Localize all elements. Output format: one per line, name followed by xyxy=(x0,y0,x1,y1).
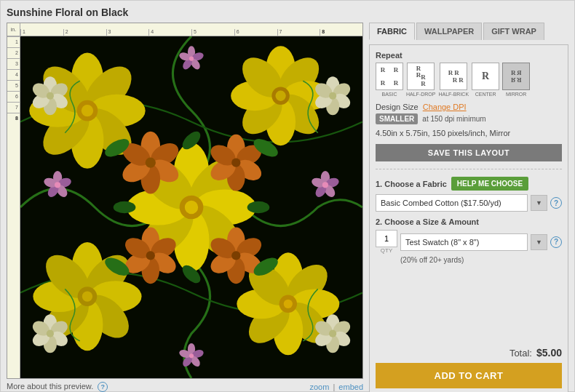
repeat-half-drop[interactable]: RR RR HALF-DROP xyxy=(406,63,435,97)
size-dropdown-arrow[interactable]: ▼ xyxy=(531,234,547,250)
ruler-tick-v-6: 6 xyxy=(7,91,20,102)
ruler-tick-v-5: 5 xyxy=(7,80,20,91)
choose-size-label: 2. Choose a Size & Amount xyxy=(376,217,562,226)
svg-point-10 xyxy=(82,105,93,116)
repeat-half-brick-icon: RR RR xyxy=(440,63,467,90)
embed-link[interactable]: embed xyxy=(338,383,363,391)
repeat-center-label: CENTER xyxy=(475,92,496,97)
total-label: Total: xyxy=(509,348,532,359)
fabric-info-icon[interactable]: ? xyxy=(550,197,562,209)
svg-point-124 xyxy=(329,92,336,100)
size-info-icon[interactable]: ? xyxy=(550,236,562,248)
ruler-tick-v-2: 2 xyxy=(7,47,20,58)
checkout-section: Total: $5.00 ADD TO CART xyxy=(376,344,562,388)
ruler-tick-v-3: 3 xyxy=(7,58,20,69)
ruler-corner: in. xyxy=(7,23,20,36)
repeat-basic-icon: RRRR xyxy=(376,63,403,90)
svg-point-71 xyxy=(146,251,155,260)
tab-gift-wrap[interactable]: GIFT WRAP xyxy=(483,23,544,40)
ruler-top: 1 2 3 4 5 6 7 8 xyxy=(20,23,362,36)
svg-point-102 xyxy=(189,353,194,358)
repeat-mirror-label: MIRROR xyxy=(506,92,526,97)
svg-point-50 xyxy=(185,201,198,214)
tab-wallpaper[interactable]: WALLPAPER xyxy=(416,23,482,40)
repeat-half-brick[interactable]: RR RR HALF-BRICK xyxy=(438,63,469,97)
main-container: Sunshine Floral on Black in. 1 2 3 4 5 6… xyxy=(0,0,575,392)
dimensions-text: 4.50in x 5.75in, 150 pixels/inch, Mirror xyxy=(376,129,510,137)
ruler-left: 1 2 3 4 5 6 7 8 xyxy=(7,36,20,378)
repeat-center[interactable]: R CENTER xyxy=(472,63,499,97)
svg-point-90 xyxy=(322,182,328,188)
repeat-basic[interactable]: RRRR BASIC xyxy=(376,63,403,97)
choose-size-section: 2. Choose a Size & Amount QTY Test Swatc… xyxy=(376,217,562,264)
svg-point-131 xyxy=(47,330,54,337)
ruler-tick-v-1: 1 xyxy=(7,36,20,47)
svg-point-20 xyxy=(275,91,285,101)
qty-input[interactable] xyxy=(376,230,397,247)
qty-row: QTY Test Swatch (8" x 8") ▼ ? xyxy=(376,230,562,254)
svg-point-109 xyxy=(114,201,136,213)
svg-point-40 xyxy=(284,300,293,308)
repeat-half-drop-icon: RR RR xyxy=(407,63,435,90)
ruler-tick-h-8: 8 xyxy=(320,29,362,36)
svg-point-96 xyxy=(189,57,194,61)
ruler-tick-v-4: 4 xyxy=(7,69,20,80)
change-dpi-link[interactable]: Change DPI xyxy=(423,103,467,111)
info-circle-icon[interactable]: ? xyxy=(98,382,108,392)
design-size-row: Design Size Change DPI xyxy=(376,103,562,111)
svg-point-64 xyxy=(231,159,240,167)
tab-bar: FABRIC WALLPAPER GIFT WRAP xyxy=(369,23,568,40)
fabric-svg xyxy=(20,36,362,378)
repeat-center-icon: R xyxy=(472,63,499,90)
help-me-choose-button[interactable]: HELP ME CHOOSE xyxy=(451,177,528,191)
ruler-tick-h-3: 3 xyxy=(106,29,149,36)
save-layout-wrapper: SAVE THIS LAYOUT xyxy=(376,144,562,161)
design-size-label: Design Size xyxy=(376,103,419,111)
choose-fabric-section: 1. Choose a Fabric HELP ME CHOOSE Basic … xyxy=(376,177,562,212)
preview-info-text: More about this preview. ? xyxy=(7,382,108,392)
repeat-mirror[interactable]: RR RR MIRROR xyxy=(502,63,530,97)
ruler-tick-v-8: 8 xyxy=(7,113,20,124)
preview-container: in. 1 2 3 4 5 6 7 8 1 2 3 xyxy=(7,23,363,392)
size-dropdown[interactable]: Test Swatch (8" x 8") xyxy=(400,233,528,251)
svg-point-110 xyxy=(247,201,270,213)
repeat-basic-label: BASIC xyxy=(381,92,397,97)
svg-point-30 xyxy=(82,291,92,301)
dpi-info: at 150 dpi minimum xyxy=(422,115,485,123)
panel-body: Repeat RRRR BASIC xyxy=(369,44,568,392)
tab-fabric[interactable]: FABRIC xyxy=(369,23,415,40)
preview-footer: More about this preview. ? zoom | embed xyxy=(7,379,363,392)
zoom-link[interactable]: zoom xyxy=(309,383,329,391)
page-title: Sunshine Floral on Black xyxy=(7,7,568,18)
divider-1 xyxy=(376,169,562,169)
svg-point-117 xyxy=(47,92,54,100)
repeat-section: Repeat RRRR BASIC xyxy=(376,51,562,97)
fabric-option-label: Basic Combed Cotton ($17.50/yd) xyxy=(381,199,501,207)
fabric-dropdown-arrow[interactable]: ▼ xyxy=(531,195,547,211)
total-row: Total: $5.00 xyxy=(376,344,562,359)
zoom-embed-links: zoom | embed xyxy=(309,383,363,391)
svg-point-138 xyxy=(329,330,336,337)
qty-label: QTY xyxy=(381,247,392,254)
ruler-tick-h-5: 5 xyxy=(191,29,234,36)
fabric-dropdown[interactable]: Basic Combed Cotton ($17.50/yd) xyxy=(376,194,528,212)
repeat-mirror-icon: RR RR xyxy=(502,63,530,90)
choose-fabric-label: 1. Choose a Fabric xyxy=(376,180,447,188)
design-size-section: Design Size Change DPI SMALLER at 150 dp… xyxy=(376,103,562,138)
ruler-tick-v-7: 7 xyxy=(7,102,20,113)
repeat-label: Repeat xyxy=(376,51,562,60)
ruler-tick-h-7: 7 xyxy=(277,29,320,36)
add-to-cart-button[interactable]: ADD TO CART xyxy=(376,363,562,388)
save-layout-button[interactable]: SAVE THIS LAYOUT xyxy=(376,144,562,161)
ruler-tick-h-6: 6 xyxy=(234,29,277,36)
ruler-tick-h-4: 4 xyxy=(148,29,191,36)
controls-panel: FABRIC WALLPAPER GIFT WRAP Repeat RRRR xyxy=(369,23,568,392)
size-badge: SMALLER xyxy=(376,113,418,124)
svg-point-84 xyxy=(55,182,60,188)
size-select-wrapper: Test Swatch (8" x 8") ▼ ? xyxy=(400,233,562,251)
choose-fabric-row: 1. Choose a Fabric HELP ME CHOOSE xyxy=(376,177,562,191)
qty-col: QTY xyxy=(376,230,397,254)
repeat-half-drop-label: HALF-DROP xyxy=(406,92,435,97)
fabric-preview: in. 1 2 3 4 5 6 7 8 1 2 3 xyxy=(7,23,363,379)
ruler-tick-h-1: 1 xyxy=(20,29,63,36)
